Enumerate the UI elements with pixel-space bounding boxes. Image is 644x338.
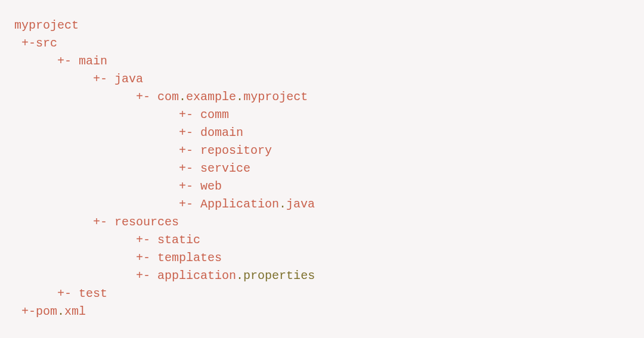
pom-line: +-pom.xml xyxy=(14,303,630,321)
domain-name: domain xyxy=(200,126,243,139)
templates-name: templates xyxy=(157,251,222,265)
static-line: +- static xyxy=(14,231,630,249)
test-name: test xyxy=(79,287,107,300)
test-line: +- test xyxy=(14,285,630,303)
properties-ext: properties xyxy=(243,269,315,283)
dot: . xyxy=(236,269,243,283)
java-line: +- java xyxy=(14,70,630,88)
branch-marker: +- xyxy=(93,72,114,86)
branch-marker: +- xyxy=(179,162,200,175)
web-name: web xyxy=(200,179,222,193)
comm-line: +- comm xyxy=(14,106,630,124)
web-line: +- web xyxy=(14,178,630,196)
package-com: com xyxy=(157,90,179,104)
branch-marker: +- xyxy=(136,251,157,265)
branch-marker: +- xyxy=(21,305,36,318)
package-example: example xyxy=(186,90,236,104)
branch-marker: +- xyxy=(136,269,157,283)
file-tree: myproject +-src +- main +- java +- com.e… xyxy=(14,17,630,321)
branch-marker: +- xyxy=(179,144,200,157)
application-properties-line: +- application.properties xyxy=(14,267,630,285)
branch-marker: +- xyxy=(93,215,114,229)
java-ext: java xyxy=(286,197,315,211)
resources-line: +- resources xyxy=(14,213,630,231)
application-props-base: application xyxy=(157,269,236,283)
branch-marker: +- xyxy=(179,179,200,193)
templates-line: +- templates xyxy=(14,249,630,267)
resources-name: resources xyxy=(114,215,179,229)
application-java-line: +- Application.java xyxy=(14,196,630,213)
application-base: Application xyxy=(200,197,279,211)
repository-line: +- repository xyxy=(14,142,630,160)
root-name: myproject xyxy=(14,18,79,32)
service-name: service xyxy=(200,162,250,175)
root-line: myproject xyxy=(14,17,630,35)
branch-marker: +- xyxy=(179,126,200,139)
comm-name: comm xyxy=(200,108,229,122)
dot: . xyxy=(57,305,64,318)
java-name: java xyxy=(114,72,143,86)
domain-line: +- domain xyxy=(14,124,630,142)
xml-ext: xml xyxy=(64,305,86,318)
src-name: src xyxy=(36,36,57,50)
package-line: +- com.example.myproject xyxy=(14,88,630,106)
static-name: static xyxy=(157,233,200,247)
service-line: +- service xyxy=(14,160,630,178)
src-line: +-src xyxy=(14,35,630,52)
branch-marker: +- xyxy=(136,90,157,104)
package-myproject: myproject xyxy=(243,90,308,104)
dot: . xyxy=(279,197,286,211)
repository-name: repository xyxy=(200,144,272,157)
dot: . xyxy=(236,90,243,104)
branch-marker: +- xyxy=(179,197,200,211)
pom-base: pom xyxy=(36,305,57,318)
branch-marker: +- xyxy=(57,287,79,300)
branch-marker: +- xyxy=(179,108,200,122)
branch-marker: +- xyxy=(57,54,79,68)
dot: . xyxy=(179,90,186,104)
main-line: +- main xyxy=(14,52,630,70)
main-name: main xyxy=(79,54,107,68)
branch-marker: +- xyxy=(21,36,36,50)
branch-marker: +- xyxy=(136,233,157,247)
